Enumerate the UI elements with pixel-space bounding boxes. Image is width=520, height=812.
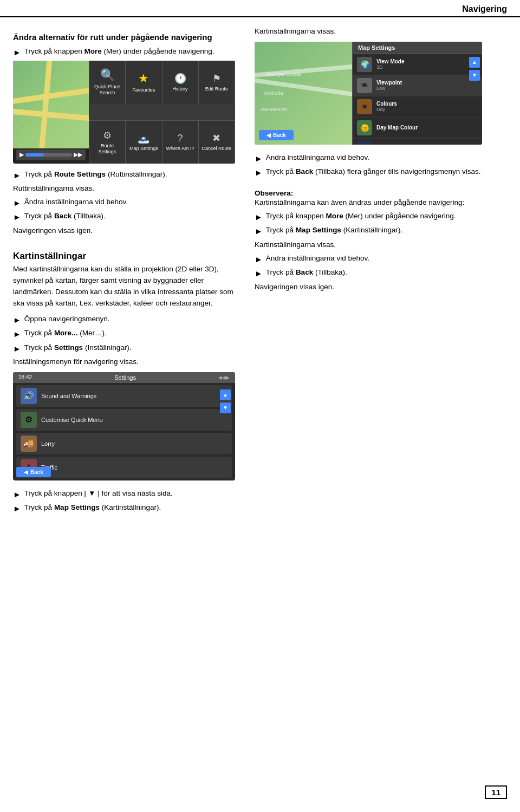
bullet-8-text: Tryck på knappen [ ▼ ] för att visa näst… xyxy=(24,488,173,499)
map-back-button[interactable]: ◀ Back xyxy=(259,130,294,140)
back-arrow-icon: ◀ xyxy=(24,469,28,475)
right-text-nav-igen: Navigeringen visas igen. xyxy=(255,282,507,293)
volume-icon: ▶ xyxy=(20,151,24,158)
right-bullet-2: ► Tryck på Back (Tillbaka) flera gånger … xyxy=(255,166,507,179)
r-arrow-2: ► xyxy=(255,167,263,179)
cancel-route-icon: ✖ xyxy=(212,132,220,144)
right-bullet-5-text: Ändra inställningarna vid behov. xyxy=(266,253,369,264)
page-number: 11 xyxy=(485,785,507,799)
history-label: History xyxy=(173,86,188,92)
right-bullet-3: ► Tryck på knappen More (Mer) under pågå… xyxy=(255,211,507,224)
map-scroll-btns: ▲ ▼ xyxy=(469,57,480,81)
day-map-text: Day Map Colour xyxy=(376,125,478,131)
route-settings-icon: ⚙ xyxy=(103,129,112,141)
bullet-1: ► Tryck på knappen More (Mer) under pågå… xyxy=(13,46,238,59)
right-bullet-1: ► Ändra inställningarna vid behov. xyxy=(255,152,507,165)
nav-buttons-top-row: 🔍 Quick Place Search ★ Favourites 🕐 Hist… xyxy=(89,61,235,104)
scroll-up-btn[interactable]: ▲ xyxy=(220,389,231,400)
arrow-icon-8: ► xyxy=(13,489,21,501)
right-bullet-6: ► Tryck på Back (Tillbaka). xyxy=(255,267,507,280)
nav-buttons-bottom-row: ⚙ Route Settings 🗻 Map Settings ? Where … xyxy=(89,120,235,164)
arrow-icon-9: ► xyxy=(13,503,21,515)
search-icon: 🔍 xyxy=(100,68,115,82)
customise-quick-menu-item[interactable]: ⚙ Customise Quick Menu xyxy=(16,409,232,431)
bullet-4-text: Tryck på Back (Tillbaka). xyxy=(24,211,106,222)
route-settings-btn[interactable]: ⚙ Route Settings xyxy=(89,121,126,164)
r-arrow-5: ► xyxy=(255,254,263,266)
viewpoint-value: Low xyxy=(376,86,478,91)
map-scroll-down-btn[interactable]: ▼ xyxy=(469,70,480,81)
bullet-5-text: Öppna navigeringsmenyn. xyxy=(24,314,110,324)
volume-bar: ▶ ▶▶ xyxy=(16,150,86,160)
settings-title: Settings xyxy=(114,374,136,381)
favourites-label: Favourites xyxy=(132,87,155,93)
map-left-area: Danziger Straße Torstraße Alexanderstr ◀… xyxy=(255,42,352,145)
history-btn[interactable]: 🕐 History xyxy=(162,61,199,104)
right-bullet-4-text: Tryck på Map Settings (Kartinställningar… xyxy=(266,225,402,236)
edit-route-btn[interactable]: ⚑ Edit Route xyxy=(199,61,235,104)
text-ruttinst: Ruttinställningarna visas. xyxy=(13,183,238,194)
bullet-6-text: Tryck på More... (Mer…). xyxy=(24,328,107,339)
map-scroll-up-btn[interactable]: ▲ xyxy=(469,57,480,68)
where-am-i-btn[interactable]: ? Where Am I? xyxy=(162,121,199,164)
left-column: Ändra alternativ för rutt under pågående… xyxy=(0,17,249,528)
right-bullet-4: ► Tryck på Map Settings (Kartinställning… xyxy=(255,225,507,238)
r-arrow-4: ► xyxy=(255,225,263,238)
arrow-icon-3: ► xyxy=(13,197,21,210)
map-settings-label: Map Settings xyxy=(129,146,158,152)
map-settings-icon: 🗻 xyxy=(138,132,150,144)
text-inst-visas: Inställningsmenyn för navigering visas. xyxy=(13,356,238,368)
customise-label: Customise Quick Menu xyxy=(41,417,103,423)
sound-warnings-item[interactable]: 🔊 Sound and Warnings xyxy=(16,385,232,407)
cancel-route-label: Cancel Route xyxy=(202,146,232,152)
map-settings-btn[interactable]: 🗻 Map Settings xyxy=(126,121,162,164)
bullet-2-text: Tryck på Route Settings (Ruttinställning… xyxy=(24,169,167,180)
cancel-route-btn[interactable]: ✖ Cancel Route xyxy=(199,121,235,164)
view-mode-name: View Mode xyxy=(376,59,478,64)
map-back-label: Back xyxy=(273,132,286,138)
viewpoint-name: Viewpoint xyxy=(376,80,478,86)
bullet-4: ► Tryck på Back (Tillbaka). xyxy=(13,211,238,224)
right-bullet-5: ► Ändra inställningarna vid behov. xyxy=(255,253,507,266)
night-map-colour-item[interactable]: 🌚 Night Map Colour xyxy=(353,139,482,145)
day-map-name: Day Map Colour xyxy=(376,125,478,131)
sound-warnings-label: Sound and Warnings xyxy=(41,393,96,399)
right-bullet-6-text: Tryck på Back (Tillbaka). xyxy=(266,267,347,278)
star-icon: ★ xyxy=(138,72,149,86)
right-bullet-2-text: Tryck på Back (Tillbaka) flera gånger ti… xyxy=(266,166,481,177)
back-arrow-icon-map: ◀ xyxy=(266,132,271,138)
where-am-i-icon: ? xyxy=(178,133,183,144)
view-mode-icon: 🌍 xyxy=(357,57,372,72)
r-arrow-6: ► xyxy=(255,268,263,280)
edit-route-label: Edit Route xyxy=(205,86,228,92)
bullet-6: ► Tryck på More... (Mer…). xyxy=(13,328,238,341)
day-map-colour-item[interactable]: 🌞 Day Map Colour xyxy=(353,118,482,139)
volume-fill xyxy=(25,153,44,157)
customise-icon: ⚙ xyxy=(21,412,37,428)
settings-back-button[interactable]: ◀ Back xyxy=(16,467,51,477)
colours-item[interactable]: ☀ Colours Day xyxy=(353,96,482,118)
quick-place-search-btn[interactable]: 🔍 Quick Place Search xyxy=(89,61,126,104)
viewpoint-item[interactable]: 👁 Viewpoint Low xyxy=(353,75,482,96)
where-am-i-label: Where Am I? xyxy=(166,146,194,152)
settings-back-label: Back xyxy=(30,469,43,475)
right-intro-text: Kartinställningarna visas. xyxy=(255,26,507,37)
volume-track xyxy=(25,153,72,157)
main-heading: Ändra alternativ för rutt under pågående… xyxy=(13,33,238,42)
view-mode-text: View Mode 3D xyxy=(376,59,478,70)
right-text-kartinst-visas: Kartinställningarna visas. xyxy=(255,239,507,251)
history-icon: 🕐 xyxy=(174,73,186,85)
map-background: ▶ ▶▶ xyxy=(13,61,89,164)
quick-place-label: Quick Place Search xyxy=(92,84,123,96)
viewpoint-icon: 👁 xyxy=(357,78,372,93)
observera-text: Kartinställningarna kan även ändras unde… xyxy=(255,198,464,206)
arrow-icon-2: ► xyxy=(13,170,21,182)
lorry-item[interactable]: 🚚 Lorry xyxy=(16,433,232,454)
map-settings-panel: Map Settings 🌍 View Mode 3D 👁 Viewpoint … xyxy=(352,42,482,145)
scroll-down-btn[interactable]: ▼ xyxy=(220,402,231,413)
page-title: Navigering xyxy=(462,4,507,14)
view-mode-item[interactable]: 🌍 View Mode 3D xyxy=(353,54,482,75)
favourites-btn[interactable]: ★ Favourites xyxy=(126,61,162,104)
settings-time: 18:42 xyxy=(18,374,32,380)
bullet-5: ► Öppna navigeringsmenyn. xyxy=(13,314,238,327)
